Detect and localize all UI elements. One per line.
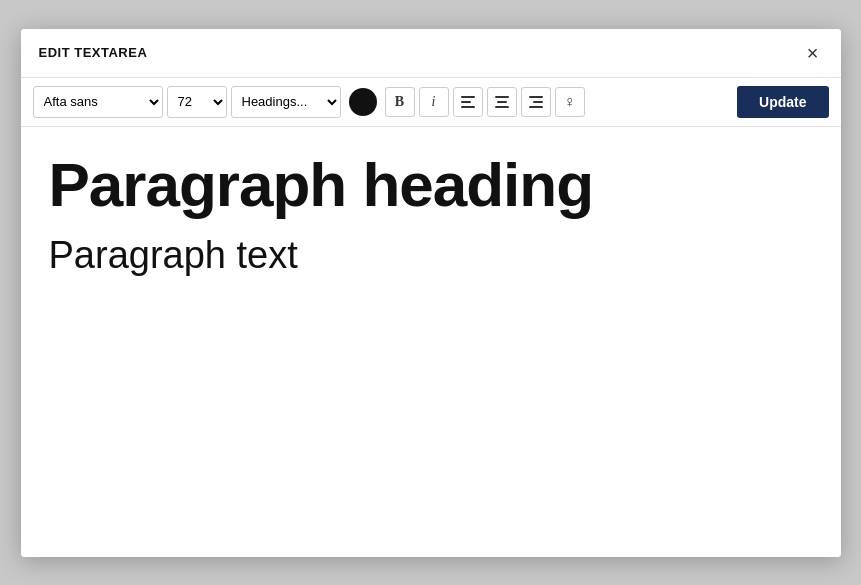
text-color-button[interactable]: [349, 88, 377, 116]
align-left-icon: [461, 96, 475, 108]
align-right-button[interactable]: [521, 87, 551, 117]
gender-icon: ♀: [564, 93, 576, 111]
heading-text: Paragraph heading: [49, 151, 813, 219]
align-center-icon: [495, 96, 509, 108]
edit-textarea-modal: EDIT TEXTAREA × Afta sans Arial Georgia …: [21, 29, 841, 557]
font-family-select[interactable]: Afta sans Arial Georgia: [33, 86, 163, 118]
align-center-button[interactable]: [487, 87, 517, 117]
modal-title: EDIT TEXTAREA: [39, 45, 148, 60]
special-char-button[interactable]: ♀: [555, 87, 585, 117]
update-button[interactable]: Update: [737, 86, 828, 118]
editor-area[interactable]: Paragraph heading Paragraph text: [21, 127, 841, 557]
font-size-select[interactable]: 72 12 24 36 48: [167, 86, 227, 118]
text-style-select[interactable]: Headings... Paragraph Heading 1 Heading …: [231, 86, 341, 118]
align-right-icon: [529, 96, 543, 108]
close-button[interactable]: ×: [803, 41, 823, 65]
italic-button[interactable]: i: [419, 87, 449, 117]
bold-button[interactable]: B: [385, 87, 415, 117]
toolbar: Afta sans Arial Georgia 72 12 24 36 48 H…: [21, 78, 841, 127]
align-left-button[interactable]: [453, 87, 483, 117]
body-text: Paragraph text: [49, 233, 813, 279]
modal-header: EDIT TEXTAREA ×: [21, 29, 841, 78]
